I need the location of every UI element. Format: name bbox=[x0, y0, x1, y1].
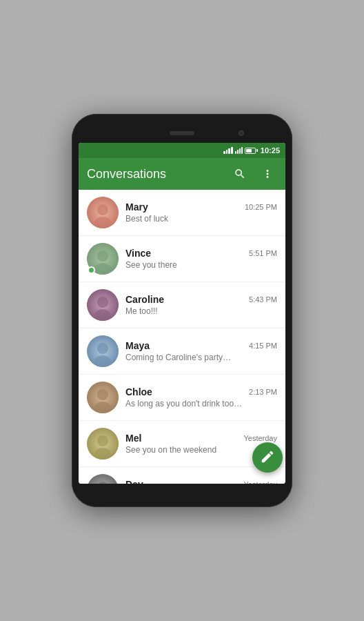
status-time: 10:25 bbox=[261, 146, 280, 155]
svg-point-7 bbox=[97, 297, 108, 308]
message-time-caroline: 5:43 PM bbox=[249, 295, 277, 304]
conversation-content-maya: Maya4:15 PMComing to Caroline's party… bbox=[125, 340, 277, 362]
phone-speaker bbox=[170, 131, 194, 135]
avatar-wrap-caroline bbox=[87, 289, 119, 321]
conversation-header-dev: DevYesterday bbox=[125, 479, 277, 484]
wifi-icon bbox=[223, 147, 233, 154]
more-options-button[interactable] bbox=[258, 164, 277, 184]
contact-name-chloe: Chloe bbox=[125, 386, 152, 397]
compose-fab[interactable] bbox=[252, 442, 283, 473]
conversation-item-mary[interactable]: Mary10:25 PMBest of luck bbox=[79, 190, 285, 236]
app-bar: Conversations bbox=[79, 158, 285, 190]
conversation-item-caroline[interactable]: Caroline5:43 PMMe too!!! bbox=[79, 282, 285, 328]
svg-point-1 bbox=[97, 204, 108, 215]
last-message-maya: Coming to Caroline's party… bbox=[125, 353, 277, 362]
conversation-content-caroline: Caroline5:43 PMMe too!!! bbox=[125, 294, 277, 316]
conversation-item-dev[interactable]: DevYesterdayAm in upstairs spot 😊 bbox=[79, 467, 285, 484]
message-time-mary: 10:25 PM bbox=[245, 203, 277, 211]
message-time-chloe: 2:13 PM bbox=[249, 388, 277, 396]
contact-name-dev: Dev bbox=[125, 479, 143, 484]
battery-fill bbox=[246, 149, 252, 152]
battery-icon bbox=[245, 148, 256, 154]
conversation-header-mel: MelYesterday bbox=[125, 433, 277, 444]
svg-point-4 bbox=[97, 250, 108, 262]
conversation-header-maya: Maya4:15 PM bbox=[125, 340, 277, 351]
last-message-mary: Best of luck bbox=[125, 214, 277, 224]
svg-point-10 bbox=[97, 343, 108, 354]
phone-bottom bbox=[79, 484, 285, 497]
svg-point-16 bbox=[97, 435, 108, 446]
contact-name-mary: Mary bbox=[125, 201, 148, 213]
contact-name-maya: Maya bbox=[125, 340, 150, 351]
avatar-wrap-dev bbox=[87, 474, 119, 484]
avatar-maya bbox=[87, 335, 119, 367]
phone-top-bar bbox=[79, 126, 285, 140]
phone-camera bbox=[239, 130, 244, 136]
conversation-item-chloe[interactable]: Chloe2:13 PMAs long as you don't drink t… bbox=[79, 375, 285, 421]
edit-icon bbox=[260, 449, 275, 466]
message-time-maya: 4:15 PM bbox=[249, 342, 277, 350]
phone-frame: 10:25 Conversations bbox=[72, 114, 292, 507]
status-bar: 10:25 bbox=[79, 143, 285, 158]
conversation-header-caroline: Caroline5:43 PM bbox=[125, 294, 277, 305]
contact-name-caroline: Caroline bbox=[125, 294, 164, 305]
conversation-item-maya[interactable]: Maya4:15 PMComing to Caroline's party… bbox=[79, 328, 285, 375]
avatar-chloe bbox=[87, 382, 119, 413]
conversation-header-vince: Vince5:51 PM bbox=[125, 248, 277, 259]
conversations-list: Mary10:25 PMBest of luck Vince5:51 PMSee… bbox=[79, 190, 285, 484]
status-icons: 10:25 bbox=[223, 146, 280, 155]
avatar-mary bbox=[87, 197, 119, 228]
contact-name-mel: Mel bbox=[125, 433, 141, 444]
app-bar-icons bbox=[230, 164, 277, 184]
avatar-mel bbox=[87, 428, 119, 460]
last-message-chloe: As long as you don't drink too… bbox=[125, 399, 277, 408]
conversation-content-vince: Vince5:51 PMSee you there bbox=[125, 248, 277, 270]
last-message-vince: See you there bbox=[125, 260, 277, 270]
conversation-item-vince[interactable]: Vince5:51 PMSee you there bbox=[79, 236, 285, 282]
conversation-content-mary: Mary10:25 PMBest of luck bbox=[125, 201, 277, 224]
app-bar-title: Conversations bbox=[87, 167, 230, 181]
last-message-caroline: Me too!!! bbox=[125, 306, 277, 316]
message-time-vince: 5:51 PM bbox=[249, 249, 277, 257]
message-time-dev: Yesterday bbox=[243, 480, 277, 484]
avatar-wrap-mary bbox=[87, 197, 119, 228]
conversation-header-chloe: Chloe2:13 PM bbox=[125, 386, 277, 397]
avatar-wrap-vince bbox=[87, 243, 119, 275]
conversation-content-dev: DevYesterdayAm in upstairs spot 😊 bbox=[125, 479, 277, 484]
online-dot-vince bbox=[88, 266, 95, 274]
search-button[interactable] bbox=[230, 164, 250, 184]
message-time-mel: Yesterday bbox=[243, 434, 277, 442]
conversation-content-chloe: Chloe2:13 PMAs long as you don't drink t… bbox=[125, 386, 277, 408]
avatar-wrap-chloe bbox=[87, 382, 119, 413]
contact-name-vince: Vince bbox=[125, 248, 151, 259]
avatar-wrap-maya bbox=[87, 335, 119, 367]
avatar-wrap-mel bbox=[87, 428, 119, 460]
conversation-header-mary: Mary10:25 PM bbox=[125, 201, 277, 213]
phone-screen: 10:25 Conversations bbox=[79, 143, 285, 484]
svg-point-13 bbox=[97, 389, 108, 400]
avatar-dev bbox=[87, 474, 119, 484]
signal-icon bbox=[235, 147, 243, 154]
avatar-caroline bbox=[87, 289, 119, 321]
